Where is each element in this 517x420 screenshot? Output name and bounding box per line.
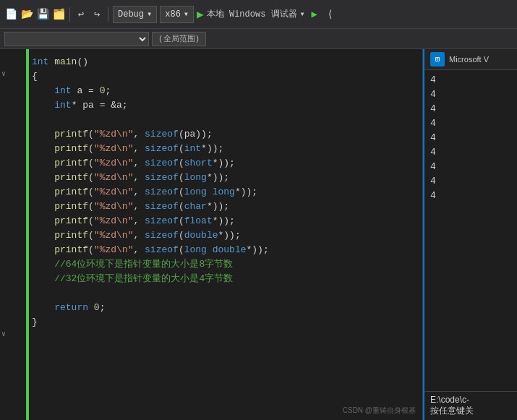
output-line-5: 4 <box>430 131 511 145</box>
console-header: ⊞ Microsoft V <box>424 49 517 70</box>
step-back-icon[interactable]: ⟨ <box>324 8 337 21</box>
output-line-6: 4 <box>430 145 511 160</box>
console-exit-label: 按任意键关 <box>430 405 511 417</box>
code-editor[interactable]: ∨ ∨ int main() { int a = 0; int* pa = &a… <box>0 49 423 420</box>
code-content[interactable]: int main() { int a = 0; int* pa = &a; pr… <box>29 49 422 420</box>
function-scope-dropdown[interactable] <box>4 32 149 46</box>
run-button[interactable]: ▶ <box>197 7 204 22</box>
breakpoint-gutter <box>12 49 26 420</box>
output-line-4: 4 <box>430 116 511 131</box>
console-icon-label: ⊞ <box>435 55 440 64</box>
console-output: 4 4 4 4 4 4 4 4 4 <box>424 70 517 391</box>
collapse-arrow-main[interactable]: ∨ <box>1 69 6 78</box>
console-app-icon: ⊞ <box>430 52 445 67</box>
console-title: Microsoft V <box>449 55 489 64</box>
console-footer: E:\code\c- 按任意键关 <box>424 391 517 420</box>
config-arrow-icon: ▾ <box>147 9 152 20</box>
output-line-2: 4 <box>430 87 511 102</box>
console-panel: ⊞ Microsoft V 4 4 4 4 4 4 4 4 4 E:\code\… <box>423 49 517 420</box>
save-all-icon[interactable]: 🗂️ <box>52 8 65 21</box>
config-dropdown[interactable]: Debug ▾ <box>113 6 157 23</box>
open-icon[interactable]: 📂 <box>20 8 33 21</box>
separator-2 <box>108 7 108 22</box>
redo-icon[interactable]: ↪ <box>90 8 103 21</box>
main-area: ∨ ∨ int main() { int a = 0; int* pa = &a… <box>0 49 517 420</box>
output-line-7: 4 <box>430 160 511 174</box>
output-line-8: 4 <box>430 174 511 189</box>
platform-arrow-icon: ▾ <box>184 9 189 20</box>
main-toolbar: 📄 📂 💾 🗂️ ↩ ↪ Debug ▾ x86 ▾ ▶ 本地 Windows … <box>0 0 517 29</box>
expand-gutter: ∨ ∨ <box>0 49 12 420</box>
output-line-9: 4 <box>430 189 511 203</box>
output-line-3: 4 <box>430 102 511 116</box>
save-icon[interactable]: 💾 <box>36 8 49 21</box>
scope-value: (全局范围) <box>152 32 206 46</box>
output-line-1: 4 <box>430 73 511 87</box>
separator-1 <box>69 7 70 22</box>
config-label: Debug <box>118 9 144 20</box>
run-label: 本地 Windows 调试器 <box>207 8 297 20</box>
scope-toolbar: (全局范围) <box>0 29 517 49</box>
platform-dropdown[interactable]: x86 ▾ <box>160 6 194 23</box>
new-project-icon[interactable]: 📄 <box>4 8 17 21</box>
collapse-arrow-comments[interactable]: ∨ <box>1 330 6 338</box>
undo-icon[interactable]: ↩ <box>74 8 87 21</box>
continue-icon[interactable]: ▶ <box>308 8 321 21</box>
platform-label: x86 <box>165 9 181 20</box>
console-path: E:\code\c- <box>430 395 511 405</box>
watermark: CSDN @重铸自身根基 <box>343 406 416 416</box>
run-dropdown-icon[interactable]: ▾ <box>300 9 305 20</box>
